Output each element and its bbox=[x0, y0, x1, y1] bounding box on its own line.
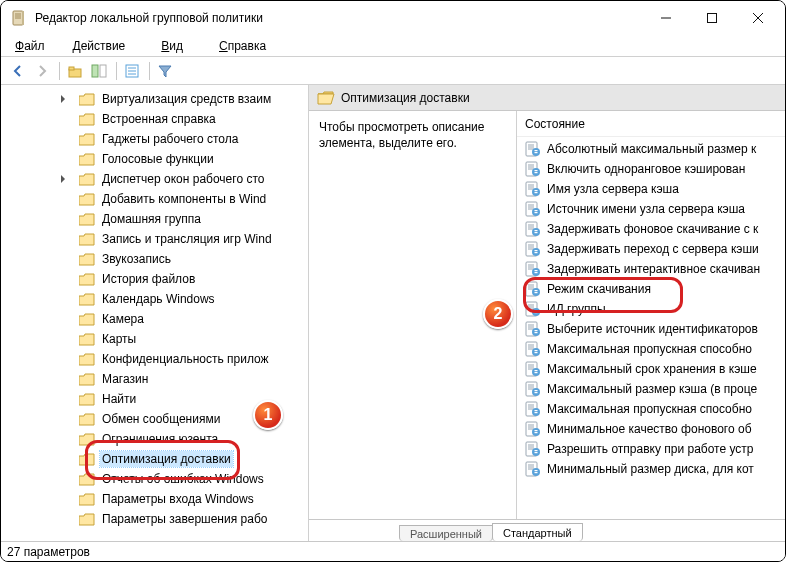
list-item[interactable]: ИД группы bbox=[517, 299, 785, 319]
tree-item[interactable]: Встроенная справка bbox=[1, 109, 308, 129]
list-item-label: Максимальный размер кэша (в проце bbox=[547, 382, 757, 396]
folder-icon bbox=[79, 253, 95, 266]
list-item[interactable]: Минимальный размер диска, для кот bbox=[517, 459, 785, 479]
list-item[interactable]: Абсолютный максимальный размер к bbox=[517, 139, 785, 159]
app-icon bbox=[11, 10, 27, 26]
tree-item[interactable]: Домашняя группа bbox=[1, 209, 308, 229]
svg-rect-6 bbox=[708, 14, 717, 23]
folder-icon bbox=[79, 333, 95, 346]
tab-extended[interactable]: Расширенный bbox=[399, 525, 493, 541]
list-item[interactable]: Выберите источник идентификаторов bbox=[517, 319, 785, 339]
tree-item-label: Запись и трансляция игр Wind bbox=[100, 231, 274, 247]
tree-item-label: Домашняя группа bbox=[100, 211, 203, 227]
close-button[interactable] bbox=[735, 1, 781, 35]
list-item[interactable]: Имя узла сервера кэша bbox=[517, 179, 785, 199]
tree-item-label: Оптимизация доставки bbox=[100, 451, 233, 467]
menu-action[interactable]: Действие bbox=[57, 37, 142, 55]
list-item[interactable]: Максимальная пропускная способно bbox=[517, 399, 785, 419]
tree-item[interactable]: Отчеты об ошибках Windows bbox=[1, 469, 308, 489]
content-title: Оптимизация доставки bbox=[341, 91, 470, 105]
tree-item-label: Найти bbox=[100, 391, 138, 407]
minimize-button[interactable] bbox=[643, 1, 689, 35]
list-item[interactable]: Максимальный размер кэша (в проце bbox=[517, 379, 785, 399]
list-item[interactable]: Задерживать переход с сервера кэши bbox=[517, 239, 785, 259]
tree-item-label: Ограничения юзента bbox=[100, 431, 220, 447]
tree-item[interactable]: Оптимизация доставки bbox=[1, 449, 308, 469]
policy-icon bbox=[525, 181, 541, 197]
properties-button[interactable] bbox=[121, 60, 143, 82]
folder-icon bbox=[79, 413, 95, 426]
tree-item-label: Встроенная справка bbox=[100, 111, 218, 127]
list-item[interactable]: Задерживать фоновое скачивание с к bbox=[517, 219, 785, 239]
view-tabs: Расширенный Стандартный bbox=[309, 519, 785, 541]
tree-item-label: Обмен сообщениями bbox=[100, 411, 222, 427]
show-tree-button[interactable] bbox=[88, 60, 110, 82]
list-item[interactable]: Минимальное качество фонового об bbox=[517, 419, 785, 439]
tree-item[interactable]: Параметры завершения рабо bbox=[1, 509, 308, 529]
folder-icon bbox=[79, 293, 95, 306]
policy-list[interactable]: Абсолютный максимальный размер кВключить… bbox=[517, 137, 785, 481]
tree-item[interactable]: Ограничения юзента bbox=[1, 429, 308, 449]
list-item[interactable]: Включить одноранговое кэширован bbox=[517, 159, 785, 179]
list-item[interactable]: Задерживать интерактивное скачиван bbox=[517, 259, 785, 279]
tree-item[interactable]: Найти bbox=[1, 389, 308, 409]
list-item-label: Источник имени узла сервера кэша bbox=[547, 202, 745, 216]
menu-view[interactable]: Вид bbox=[145, 37, 199, 55]
toolbar bbox=[1, 57, 785, 85]
policy-icon bbox=[525, 461, 541, 477]
tree-item-label: Виртуализация средств взаим bbox=[100, 91, 273, 107]
tree-item[interactable]: Звукозапись bbox=[1, 249, 308, 269]
tree-item[interactable]: Конфиденциальность прилож bbox=[1, 349, 308, 369]
policy-icon bbox=[525, 381, 541, 397]
policy-icon bbox=[525, 361, 541, 377]
menu-file[interactable]: Файл bbox=[7, 37, 53, 55]
tree-item[interactable]: Карты bbox=[1, 329, 308, 349]
column-header-state[interactable]: Состояние bbox=[517, 111, 785, 137]
folder-icon bbox=[79, 273, 95, 286]
tree-item-label: История файлов bbox=[100, 271, 197, 287]
tree-item-label: Диспетчер окон рабочего сто bbox=[100, 171, 266, 187]
folder-icon bbox=[79, 433, 95, 446]
list-item-label: Минимальный размер диска, для кот bbox=[547, 462, 754, 476]
list-item-label: Разрешить отправку при работе устр bbox=[547, 442, 754, 456]
list-item[interactable]: Режим скачивания bbox=[517, 279, 785, 299]
up-button[interactable] bbox=[64, 60, 86, 82]
list-item[interactable]: Максимальная пропускная способно bbox=[517, 339, 785, 359]
menu-help[interactable]: Справка bbox=[203, 37, 282, 55]
forward-button[interactable] bbox=[31, 60, 53, 82]
folder-icon bbox=[79, 453, 95, 466]
tree-item[interactable]: Запись и трансляция игр Wind bbox=[1, 229, 308, 249]
tree-pane[interactable]: Виртуализация средств взаимВстроенная сп… bbox=[1, 85, 309, 541]
tree-item[interactable]: История файлов bbox=[1, 269, 308, 289]
policy-icon bbox=[525, 261, 541, 277]
back-button[interactable] bbox=[7, 60, 29, 82]
tree-item-label: Карты bbox=[100, 331, 138, 347]
folder-icon bbox=[79, 173, 95, 186]
maximize-button[interactable] bbox=[689, 1, 735, 35]
policy-icon bbox=[525, 281, 541, 297]
folder-icon bbox=[79, 153, 95, 166]
window-title: Редактор локальной групповой политики bbox=[35, 11, 263, 25]
tree-item[interactable]: Обмен сообщениями bbox=[1, 409, 308, 429]
tree-item-label: Параметры входа Windows bbox=[100, 491, 256, 507]
list-item[interactable]: Разрешить отправку при работе устр bbox=[517, 439, 785, 459]
list-item-label: Максимальная пропускная способно bbox=[547, 342, 752, 356]
status-text: 27 параметров bbox=[7, 545, 90, 559]
tree-item[interactable]: Гаджеты рабочего стола bbox=[1, 129, 308, 149]
filter-button[interactable] bbox=[154, 60, 176, 82]
tree-item[interactable]: Камера bbox=[1, 309, 308, 329]
tree-item[interactable]: Календарь Windows bbox=[1, 289, 308, 309]
tab-standard[interactable]: Стандартный bbox=[492, 523, 583, 541]
list-item[interactable]: Источник имени узла сервера кэша bbox=[517, 199, 785, 219]
folder-icon bbox=[79, 473, 95, 486]
tree-item[interactable]: Магазин bbox=[1, 369, 308, 389]
tree-item[interactable]: Параметры входа Windows bbox=[1, 489, 308, 509]
list-item[interactable]: Максимальный срок хранения в кэше bbox=[517, 359, 785, 379]
tree-item[interactable]: Добавить компоненты в Wind bbox=[1, 189, 308, 209]
tree-item[interactable]: Виртуализация средств взаим bbox=[1, 89, 308, 109]
list-item-label: Имя узла сервера кэша bbox=[547, 182, 679, 196]
tree-item[interactable]: Голосовые функции bbox=[1, 149, 308, 169]
tree-item-label: Гаджеты рабочего стола bbox=[100, 131, 240, 147]
tree-item[interactable]: Диспетчер окон рабочего сто bbox=[1, 169, 308, 189]
policy-icon bbox=[525, 441, 541, 457]
